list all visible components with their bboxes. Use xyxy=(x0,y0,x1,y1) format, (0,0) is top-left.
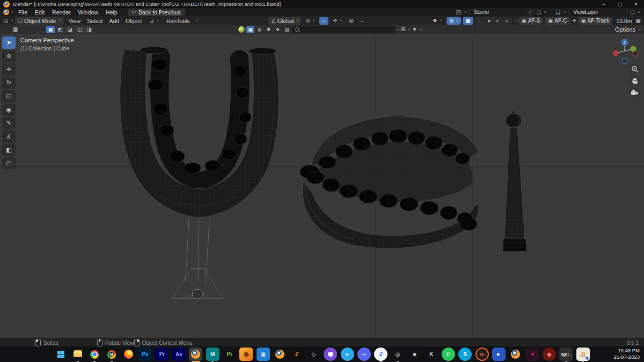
taskbar-skype-icon[interactable]: S xyxy=(458,348,472,361)
scene-selector[interactable]: Scene ✐ xyxy=(469,9,535,16)
taskbar-firefox-icon[interactable] xyxy=(122,348,135,361)
shading-material-icon[interactable]: ◐ xyxy=(494,17,502,24)
select-mode-intersect-icon[interactable]: ◨ xyxy=(84,26,93,33)
taskbar-marmoset-icon[interactable] xyxy=(239,348,253,361)
tool-select-box[interactable]: ➤ xyxy=(2,36,16,49)
material-preview-sphere-icon[interactable] xyxy=(238,26,245,33)
pan-button[interactable] xyxy=(630,76,640,86)
taskbar-zbrush-icon[interactable]: Z xyxy=(290,348,303,361)
delete-viewlayer-icon[interactable]: ✕ xyxy=(636,10,641,15)
af-s-button[interactable]: ◉ AF-S xyxy=(518,17,544,25)
tool-cursor[interactable]: ⊕ xyxy=(2,50,16,62)
camera-frame-icon[interactable]: ▦ xyxy=(636,18,641,24)
proportional-edit-toggle[interactable]: ◎ xyxy=(347,17,357,25)
scene-data-icon[interactable]: ◳ xyxy=(456,10,461,15)
taskbar-github-icon[interactable] xyxy=(324,348,337,361)
display-mode-icon[interactable]: ⊞ xyxy=(401,27,405,32)
select-mode-new-icon[interactable]: ▣ xyxy=(46,26,55,33)
tool-annotate[interactable]: ✎ xyxy=(2,117,16,129)
maximize-button[interactable]: ▢ xyxy=(612,0,628,8)
editor-type-icon[interactable]: ◫ xyxy=(3,18,8,24)
taskbar-zoom-icon[interactable]: Z xyxy=(374,348,387,361)
tool-scale[interactable]: ◱ xyxy=(2,90,16,102)
taskbar-maya-icon[interactable]: M xyxy=(206,348,219,361)
taskbar-potplayer-icon[interactable]: ▶ xyxy=(492,348,506,361)
filter-type-object-icon[interactable]: ▣ xyxy=(246,26,254,33)
mirror-tool-model[interactable] xyxy=(502,111,527,252)
filter-funnel-icon[interactable]: ▼ xyxy=(412,27,418,32)
taskbar-photoshop-icon[interactable]: Ps xyxy=(138,348,152,361)
mode-dropdown[interactable]: ▢ Object Mode ˅ xyxy=(15,17,64,25)
pivot-point-dropdown[interactable]: ⊙ ˅ xyxy=(303,17,317,25)
back-to-previous-button[interactable]: ↩ Back to Previous xyxy=(128,9,185,16)
taskbar-blender-icon[interactable] xyxy=(189,348,202,361)
taskbar-telegram-icon[interactable]: ➤ xyxy=(341,348,354,361)
header-menu-item[interactable]: Select xyxy=(84,18,106,24)
viewlayer-selector[interactable]: ViewLayer xyxy=(568,9,628,16)
filter-type-paint-icon[interactable]: ✱ xyxy=(265,26,273,33)
tool-measure[interactable]: ∡ xyxy=(2,130,16,143)
delete-scene-icon[interactable]: ✕ xyxy=(543,10,547,15)
taskbar-start-icon[interactable] xyxy=(54,348,68,361)
filter-type-physics-icon[interactable]: ❖ xyxy=(274,26,282,33)
tool-move[interactable]: ✛ xyxy=(2,63,16,76)
select-mode-invert-icon[interactable]: ◫ xyxy=(75,26,84,33)
viewlayer-name[interactable]: ViewLayer xyxy=(570,9,626,16)
new-viewlayer-icon[interactable]: ❏ xyxy=(630,10,634,15)
header-menu-item[interactable]: View xyxy=(65,18,84,24)
taskbar-clock[interactable]: 10:48 PM 21-07-2023 xyxy=(613,348,640,360)
snap-target-dropdown[interactable]: ✛ ˅ xyxy=(330,17,345,25)
taskbar-installer-icon[interactable]: ▤ xyxy=(576,348,590,361)
shading-wireframe-icon[interactable]: ◌ xyxy=(477,17,485,24)
axis-x-neg-handle[interactable] xyxy=(633,51,638,56)
taskbar-keyshot-icon[interactable]: K xyxy=(425,348,438,361)
minimize-button[interactable]: – xyxy=(596,0,612,8)
taskbar-explorer-icon[interactable] xyxy=(71,348,85,361)
filter-type-image-icon[interactable]: ▤ xyxy=(283,26,291,33)
taskbar-terminal-icon[interactable]: &gt;_ xyxy=(559,348,573,361)
af-track-button[interactable]: ◉ AF-Track xyxy=(578,17,612,25)
menu-item[interactable]: Help xyxy=(102,9,121,16)
teeth-model[interactable] xyxy=(300,116,479,248)
options-button[interactable]: Options xyxy=(615,26,635,33)
tool-rotate[interactable]: ↻ xyxy=(2,77,16,89)
viewlayer-data-icon[interactable]: ❏ xyxy=(555,10,560,15)
scene-name[interactable]: Scene xyxy=(471,9,526,16)
close-button[interactable]: ✕ xyxy=(628,0,644,8)
search-input[interactable] xyxy=(292,26,394,33)
shading-rendered-icon[interactable]: ◑ xyxy=(502,17,510,24)
show-gizmo-dropdown[interactable]: ❖ ˅ xyxy=(430,17,445,25)
taskbar-wire-cube-app-icon[interactable]: ◇ xyxy=(307,348,320,361)
show-overlays-toggle[interactable]: ⊚ ˅ xyxy=(447,17,461,25)
tool-dropdown[interactable]: ⊿ ˅ xyxy=(147,17,161,25)
header-menu-item[interactable]: Add xyxy=(106,18,122,24)
af-extra-icon[interactable]: ✛ xyxy=(572,18,576,24)
taskbar-blue-app-icon[interactable]: ▣ xyxy=(257,348,270,361)
menu-item[interactable]: Window xyxy=(75,9,102,16)
pin-icon[interactable]: ✐ xyxy=(528,10,532,15)
menu-item[interactable]: File xyxy=(14,9,31,16)
snap-toggle[interactable]: ∩ xyxy=(319,17,328,25)
viewport-3d[interactable]: ➤⊕✛↻◱◉✎∡◧◰ Camera Perspective (1) Collec… xyxy=(0,34,644,338)
shading-solid-icon[interactable]: ● xyxy=(485,17,493,24)
scene-canvas[interactable] xyxy=(0,34,644,338)
taskbar-chrome-icon[interactable] xyxy=(88,348,101,361)
taskbar-swirl-app-icon[interactable]: ✦ xyxy=(526,348,539,361)
taskbar-blender-alt-icon[interactable] xyxy=(509,348,522,361)
taskbar-wheel-app-icon[interactable]: ◎ xyxy=(391,348,405,361)
falloff-dropdown[interactable]: ⌢ xyxy=(358,17,367,25)
impression-tray-model[interactable] xyxy=(120,47,279,299)
taskbar-whatsapp-icon[interactable]: ✆ xyxy=(442,348,455,361)
menu-item[interactable]: Edit xyxy=(31,9,48,16)
tool-transform[interactable]: ◉ xyxy=(2,104,16,116)
tool-extra[interactable]: ◰ xyxy=(2,157,16,169)
focus-distance-value[interactable]: 10.0m xyxy=(614,18,634,24)
taskbar-premiere-icon[interactable]: Pr xyxy=(155,348,169,361)
tool-add-primitive[interactable]: ◧ xyxy=(2,144,16,156)
blender-menu-icon[interactable] xyxy=(3,9,9,15)
transform-orientation-dropdown[interactable]: ∠ Global ˅ xyxy=(268,17,301,25)
camera-view-button[interactable] xyxy=(630,87,640,98)
navigation-gizmo[interactable]: Z xyxy=(611,37,639,65)
axis-z-neg-handle[interactable] xyxy=(622,58,627,64)
new-scene-icon[interactable]: ❏ xyxy=(537,10,541,15)
